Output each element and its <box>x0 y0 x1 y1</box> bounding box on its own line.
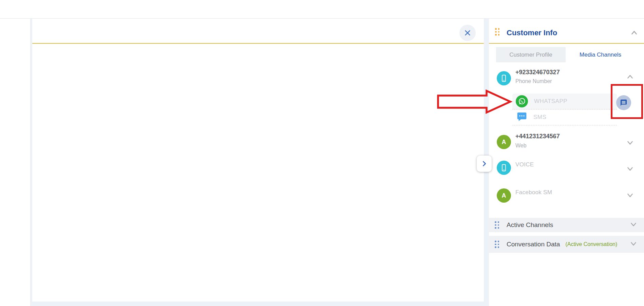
collapse-phone-entry-button[interactable] <box>626 73 634 83</box>
tab-media-channels[interactable]: Media Channels <box>566 47 635 62</box>
drag-handle-icon[interactable] <box>495 28 499 36</box>
smartphone-icon <box>500 74 508 82</box>
web-channel-number: +441231234567 <box>515 133 560 140</box>
web-channel-type: Web <box>515 143 527 149</box>
chat-message-icon <box>620 99 627 106</box>
conversation-data-section[interactable]: Conversation Data (Active Conversation) <box>489 236 644 253</box>
chevron-right-icon <box>480 160 488 167</box>
expand-web-entry-button[interactable] <box>626 138 634 148</box>
whatsapp-option[interactable]: WHATSAPP <box>512 94 617 109</box>
whatsapp-label: WHATSAPP <box>534 98 567 105</box>
collapse-customer-info-button[interactable] <box>630 28 639 39</box>
web-channel-avatar: A <box>497 135 511 149</box>
topbar <box>0 0 644 19</box>
expand-voice-entry-button[interactable] <box>626 164 634 175</box>
sms-icon <box>516 111 527 123</box>
phone-channel-entry[interactable] <box>497 71 511 85</box>
close-chat-button[interactable] <box>459 25 476 41</box>
facebook-channel-avatar: A <box>497 188 511 203</box>
chevron-down-icon <box>626 191 634 200</box>
chat-panel <box>32 19 484 302</box>
active-channels-label: Active Channels <box>507 221 553 229</box>
drag-handle-icon[interactable] <box>495 221 499 229</box>
close-icon <box>464 29 471 37</box>
start-chat-button[interactable] <box>616 95 631 110</box>
chevron-down-icon <box>626 138 634 147</box>
chevron-down-icon <box>626 164 634 173</box>
expand-panel-button[interactable] <box>477 156 492 172</box>
conversation-badge: (Active Conversation) <box>565 241 617 247</box>
expand-facebook-entry-button[interactable] <box>626 191 634 201</box>
chevron-up-icon <box>626 73 634 81</box>
sms-option[interactable]: SMS <box>512 109 617 125</box>
whatsapp-icon <box>516 95 528 107</box>
phone-number: +923324670327 <box>515 69 560 76</box>
active-channels-section[interactable]: Active Channels <box>489 218 644 232</box>
voice-channel-label: VOICE <box>515 161 534 168</box>
drag-handle-icon[interactable] <box>495 241 499 248</box>
conversation-data-label: Conversation Data <box>507 241 560 248</box>
facebook-channel-label: Facebook SM <box>515 189 552 196</box>
customer-info-title: Customer Info <box>507 28 557 37</box>
conversation-rail <box>0 19 31 306</box>
chevron-down-icon[interactable] <box>629 239 638 249</box>
tab-customer-profile[interactable]: Customer Profile <box>496 47 566 62</box>
smartphone-icon <box>500 164 508 172</box>
customer-info-tabs: Customer Profile Media Channels <box>496 47 635 62</box>
chat-header <box>32 19 484 44</box>
app-window: ExpertFlow chat, voice, video contact ce… <box>0 0 644 306</box>
chevron-up-icon <box>630 28 639 37</box>
sms-label: SMS <box>533 114 546 121</box>
voice-channel-entry[interactable] <box>497 161 511 175</box>
phone-number-type: Phone Number <box>515 78 552 84</box>
chevron-down-icon[interactable] <box>629 220 638 230</box>
